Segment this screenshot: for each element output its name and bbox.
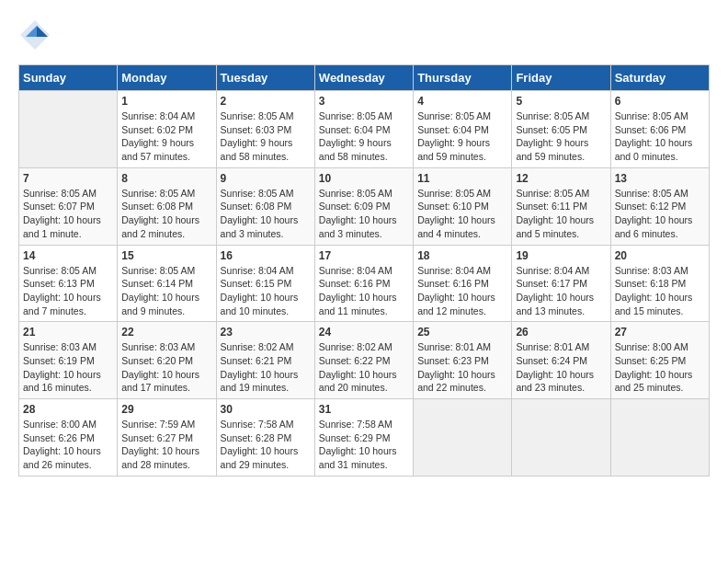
- logo: [18, 18, 51, 55]
- day-info: Sunrise: 7:58 AM Sunset: 6:29 PM Dayligh…: [319, 418, 409, 472]
- day-info: Sunrise: 8:00 AM Sunset: 6:26 PM Dayligh…: [23, 418, 113, 472]
- page-header: [18, 18, 710, 55]
- calendar-header-row: SundayMondayTuesdayWednesdayThursdayFrid…: [19, 65, 710, 91]
- calendar-cell: [512, 399, 610, 477]
- week-row-1: 1Sunrise: 8:04 AM Sunset: 6:02 PM Daylig…: [19, 91, 710, 168]
- calendar-cell: 23Sunrise: 8:02 AM Sunset: 6:21 PM Dayli…: [216, 322, 314, 399]
- day-number: 21: [23, 326, 113, 339]
- calendar-cell: 19Sunrise: 8:04 AM Sunset: 6:17 PM Dayli…: [512, 245, 610, 322]
- day-info: Sunrise: 8:03 AM Sunset: 6:19 PM Dayligh…: [23, 340, 113, 395]
- day-info: Sunrise: 8:00 AM Sunset: 6:25 PM Dayligh…: [615, 340, 705, 395]
- day-number: 10: [319, 172, 409, 185]
- day-number: 29: [121, 403, 211, 416]
- calendar-cell: 24Sunrise: 8:02 AM Sunset: 6:22 PM Dayli…: [314, 322, 413, 399]
- day-number: 27: [615, 326, 705, 339]
- day-info: Sunrise: 8:05 AM Sunset: 6:06 PM Dayligh…: [615, 109, 705, 164]
- day-number: 8: [121, 172, 211, 185]
- day-info: Sunrise: 8:05 AM Sunset: 6:05 PM Dayligh…: [516, 109, 606, 164]
- day-info: Sunrise: 8:05 AM Sunset: 6:03 PM Dayligh…: [221, 109, 311, 164]
- calendar-cell: 29Sunrise: 7:59 AM Sunset: 6:27 PM Dayli…: [118, 399, 216, 477]
- calendar-cell: 10Sunrise: 8:05 AM Sunset: 6:09 PM Dayli…: [314, 167, 413, 245]
- day-info: Sunrise: 8:02 AM Sunset: 6:21 PM Dayligh…: [221, 340, 311, 395]
- day-header-monday: Monday: [118, 65, 216, 91]
- day-info: Sunrise: 8:05 AM Sunset: 6:08 PM Dayligh…: [121, 187, 211, 241]
- day-info: Sunrise: 8:01 AM Sunset: 6:24 PM Dayligh…: [516, 340, 606, 395]
- day-number: 16: [221, 249, 311, 262]
- calendar-cell: [414, 399, 512, 477]
- day-number: 19: [516, 249, 606, 262]
- day-header-sunday: Sunday: [19, 65, 118, 91]
- calendar-cell: 14Sunrise: 8:05 AM Sunset: 6:13 PM Dayli…: [19, 245, 118, 322]
- day-info: Sunrise: 8:05 AM Sunset: 6:09 PM Dayligh…: [319, 187, 409, 241]
- calendar-cell: [19, 91, 118, 168]
- calendar-cell: 22Sunrise: 8:03 AM Sunset: 6:20 PM Dayli…: [118, 322, 216, 399]
- day-info: Sunrise: 8:05 AM Sunset: 6:11 PM Dayligh…: [516, 187, 606, 241]
- calendar-cell: 31Sunrise: 7:58 AM Sunset: 6:29 PM Dayli…: [314, 399, 413, 477]
- day-info: Sunrise: 8:04 AM Sunset: 6:16 PM Dayligh…: [319, 264, 409, 318]
- day-number: 13: [615, 172, 705, 185]
- day-number: 9: [221, 172, 311, 185]
- day-info: Sunrise: 8:04 AM Sunset: 6:17 PM Dayligh…: [516, 264, 606, 318]
- day-number: 1: [121, 95, 211, 108]
- day-number: 25: [417, 326, 507, 339]
- calendar-cell: 11Sunrise: 8:05 AM Sunset: 6:10 PM Dayli…: [414, 167, 512, 245]
- day-header-tuesday: Tuesday: [216, 65, 314, 91]
- day-info: Sunrise: 8:03 AM Sunset: 6:20 PM Dayligh…: [121, 340, 211, 395]
- week-row-2: 7Sunrise: 8:05 AM Sunset: 6:07 PM Daylig…: [19, 167, 710, 245]
- calendar-cell: 26Sunrise: 8:01 AM Sunset: 6:24 PM Dayli…: [512, 322, 610, 399]
- logo-icon: [18, 18, 51, 52]
- calendar-cell: 28Sunrise: 8:00 AM Sunset: 6:26 PM Dayli…: [19, 399, 118, 477]
- day-number: 6: [615, 95, 705, 108]
- day-number: 23: [221, 326, 311, 339]
- calendar-cell: 21Sunrise: 8:03 AM Sunset: 6:19 PM Dayli…: [19, 322, 118, 399]
- day-info: Sunrise: 8:05 AM Sunset: 6:13 PM Dayligh…: [23, 264, 113, 318]
- calendar-cell: 4Sunrise: 8:05 AM Sunset: 6:04 PM Daylig…: [414, 91, 512, 168]
- day-info: Sunrise: 8:04 AM Sunset: 6:16 PM Dayligh…: [417, 264, 507, 318]
- day-number: 17: [319, 249, 409, 262]
- day-number: 11: [417, 172, 507, 185]
- calendar-cell: 25Sunrise: 8:01 AM Sunset: 6:23 PM Dayli…: [414, 322, 512, 399]
- day-info: Sunrise: 8:05 AM Sunset: 6:04 PM Dayligh…: [417, 109, 507, 164]
- calendar-cell: 9Sunrise: 8:05 AM Sunset: 6:08 PM Daylig…: [216, 167, 314, 245]
- calendar-cell: 17Sunrise: 8:04 AM Sunset: 6:16 PM Dayli…: [314, 245, 413, 322]
- day-info: Sunrise: 8:05 AM Sunset: 6:12 PM Dayligh…: [615, 187, 705, 241]
- calendar-cell: 18Sunrise: 8:04 AM Sunset: 6:16 PM Dayli…: [414, 245, 512, 322]
- day-number: 2: [221, 95, 311, 108]
- calendar-cell: 8Sunrise: 8:05 AM Sunset: 6:08 PM Daylig…: [118, 167, 216, 245]
- calendar-cell: 16Sunrise: 8:04 AM Sunset: 6:15 PM Dayli…: [216, 245, 314, 322]
- day-number: 14: [23, 249, 113, 262]
- day-info: Sunrise: 8:03 AM Sunset: 6:18 PM Dayligh…: [615, 264, 705, 318]
- day-number: 12: [516, 172, 606, 185]
- week-row-3: 14Sunrise: 8:05 AM Sunset: 6:13 PM Dayli…: [19, 245, 710, 322]
- calendar-cell: 2Sunrise: 8:05 AM Sunset: 6:03 PM Daylig…: [216, 91, 314, 168]
- calendar-cell: 30Sunrise: 7:58 AM Sunset: 6:28 PM Dayli…: [216, 399, 314, 477]
- week-row-5: 28Sunrise: 8:00 AM Sunset: 6:26 PM Dayli…: [19, 399, 710, 477]
- day-number: 31: [319, 403, 409, 416]
- day-number: 18: [417, 249, 507, 262]
- day-info: Sunrise: 7:58 AM Sunset: 6:28 PM Dayligh…: [221, 418, 311, 472]
- day-info: Sunrise: 8:02 AM Sunset: 6:22 PM Dayligh…: [319, 340, 409, 395]
- day-info: Sunrise: 8:05 AM Sunset: 6:14 PM Dayligh…: [121, 264, 211, 318]
- day-info: Sunrise: 8:05 AM Sunset: 6:04 PM Dayligh…: [319, 109, 409, 164]
- calendar-table: SundayMondayTuesdayWednesdayThursdayFrid…: [18, 64, 710, 477]
- calendar-cell: [610, 399, 709, 477]
- calendar-cell: 13Sunrise: 8:05 AM Sunset: 6:12 PM Dayli…: [610, 167, 709, 245]
- day-number: 28: [23, 403, 113, 416]
- day-number: 3: [319, 95, 409, 108]
- day-header-friday: Friday: [512, 65, 610, 91]
- day-header-thursday: Thursday: [414, 65, 512, 91]
- calendar-cell: 5Sunrise: 8:05 AM Sunset: 6:05 PM Daylig…: [512, 91, 610, 168]
- day-info: Sunrise: 8:04 AM Sunset: 6:02 PM Dayligh…: [121, 109, 211, 164]
- day-info: Sunrise: 8:04 AM Sunset: 6:15 PM Dayligh…: [221, 264, 311, 318]
- day-number: 15: [121, 249, 211, 262]
- calendar-cell: 1Sunrise: 8:04 AM Sunset: 6:02 PM Daylig…: [118, 91, 216, 168]
- week-row-4: 21Sunrise: 8:03 AM Sunset: 6:19 PM Dayli…: [19, 322, 710, 399]
- calendar-cell: 15Sunrise: 8:05 AM Sunset: 6:14 PM Dayli…: [118, 245, 216, 322]
- calendar-cell: 3Sunrise: 8:05 AM Sunset: 6:04 PM Daylig…: [314, 91, 413, 168]
- day-header-wednesday: Wednesday: [314, 65, 413, 91]
- day-info: Sunrise: 8:05 AM Sunset: 6:07 PM Dayligh…: [23, 187, 113, 241]
- calendar-cell: 12Sunrise: 8:05 AM Sunset: 6:11 PM Dayli…: [512, 167, 610, 245]
- day-number: 4: [417, 95, 507, 108]
- day-info: Sunrise: 7:59 AM Sunset: 6:27 PM Dayligh…: [121, 418, 211, 472]
- day-info: Sunrise: 8:01 AM Sunset: 6:23 PM Dayligh…: [417, 340, 507, 395]
